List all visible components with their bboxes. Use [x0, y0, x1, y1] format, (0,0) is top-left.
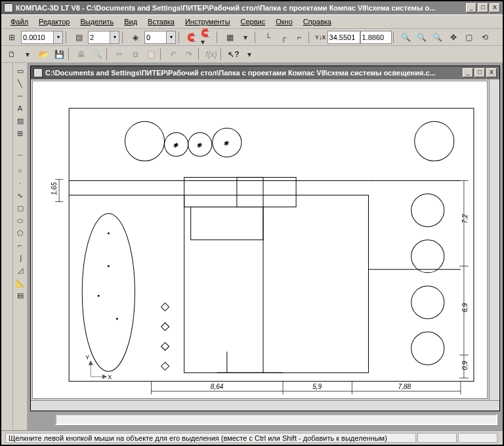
layer-icon[interactable]: ▤: [72, 30, 86, 45]
track-icon[interactable]: ⌐: [292, 30, 306, 45]
menu-file[interactable]: Файл: [5, 16, 33, 27]
close-button[interactable]: X: [490, 3, 500, 12]
zoom-box-icon[interactable]: ▢: [462, 30, 476, 45]
doc-close-button[interactable]: X: [486, 68, 497, 77]
paste-icon[interactable]: 📋: [144, 47, 158, 62]
rotate-icon[interactable]: ⟲: [478, 30, 492, 45]
layer-input[interactable]: [88, 31, 110, 44]
snap-icon[interactable]: 🧲: [184, 30, 199, 45]
perp-icon[interactable]: ┌: [276, 30, 291, 45]
fillet-tool-icon[interactable]: ⌋: [14, 252, 26, 264]
state-combo[interactable]: ▾: [144, 31, 176, 44]
snap-menu-icon[interactable]: 🧲▾: [200, 30, 215, 45]
left-toolbar: ▭ ╲ ↔ A ▨ ⊞ ⌒ ○ · ∿ ▢ ⬭ ⬠ ⌐ ⌋ ◿ 📐 ▤: [13, 63, 28, 430]
print-icon[interactable]: 🖶: [74, 47, 89, 62]
grid-icon[interactable]: ▦: [222, 30, 237, 45]
svg-point-10: [411, 240, 444, 273]
svg-point-14: [108, 232, 110, 234]
pan-icon[interactable]: ✥: [446, 30, 461, 45]
titlebar[interactable]: КОМПАС-3D LT V8 - C:\Documents and Setti…: [1, 1, 503, 14]
doc-title: C:\Documents and Settings\ПИТЕР\Рабочий …: [45, 69, 461, 77]
menu-editor[interactable]: Редактор: [33, 16, 75, 27]
dim-165: 1,65: [51, 182, 58, 195]
menubar[interactable]: Файл Редактор Выделить Вид Вставка Инстр…: [1, 14, 503, 29]
trim-tool-icon[interactable]: ⌐: [14, 239, 26, 251]
menu-insert[interactable]: Вставка: [142, 16, 180, 27]
svg-point-9: [411, 193, 444, 226]
coord-y-input[interactable]: [360, 31, 392, 44]
props-tool-icon[interactable]: ▤: [14, 289, 26, 301]
save-icon[interactable]: 💾: [52, 47, 66, 62]
redo-icon[interactable]: ↷: [182, 47, 196, 62]
document-window: C:\Documents and Settings\ПИТЕР\Рабочий …: [30, 66, 500, 411]
new-icon[interactable]: 🗋: [5, 47, 19, 62]
app-icon: [4, 3, 13, 12]
select-tool-icon[interactable]: ▭: [14, 65, 26, 77]
spacer-icon: [14, 140, 26, 152]
statusbar: Щелкните левой кнопкой мыши на объекте д…: [1, 430, 503, 445]
circle-tool-icon[interactable]: ○: [14, 165, 26, 176]
spline-tool-icon[interactable]: ∿: [14, 190, 26, 201]
menu-service[interactable]: Сервис: [236, 16, 271, 27]
svg-point-11: [411, 286, 444, 319]
coord-x-input[interactable]: [327, 31, 360, 44]
svg-marker-45: [89, 361, 93, 365]
property-panel[interactable]: [55, 414, 497, 425]
minimize-button[interactable]: _: [466, 3, 476, 12]
horizontal-scrollbar[interactable]: [31, 400, 499, 411]
open-icon[interactable]: 📂: [36, 47, 51, 62]
line-tool-icon[interactable]: ╲: [14, 77, 26, 89]
preview-icon[interactable]: 🔍: [90, 47, 104, 62]
layer-combo[interactable]: ▾: [88, 31, 119, 44]
svg-rect-21: [191, 207, 263, 240]
svg-point-16: [98, 294, 100, 296]
svg-rect-18: [184, 177, 263, 207]
drawing-canvas[interactable]: ✱ ✱ ✱: [32, 81, 488, 399]
ellipse-tool-icon[interactable]: ⬭: [14, 214, 26, 226]
zoom-out-icon[interactable]: 🔍: [415, 30, 429, 45]
help-icon[interactable]: ↖?: [226, 47, 241, 62]
svg-point-17: [116, 318, 118, 320]
step-combo[interactable]: ▾: [21, 31, 63, 44]
cut-icon[interactable]: ✂: [112, 47, 127, 62]
menu-view[interactable]: Вид: [119, 16, 142, 27]
poly-tool-icon[interactable]: ⬠: [14, 227, 26, 239]
svg-marker-44: [102, 375, 106, 378]
ortho-icon[interactable]: └: [261, 30, 275, 45]
state-input[interactable]: [144, 31, 167, 44]
status-cell-2: [417, 433, 457, 443]
vertical-scrollbar[interactable]: [489, 79, 499, 400]
menu-help[interactable]: Справка: [298, 16, 337, 27]
rect-tool-icon[interactable]: ▢: [14, 202, 26, 214]
maximize-button[interactable]: □: [478, 3, 488, 12]
state-icon[interactable]: ◈: [128, 30, 142, 45]
undo-icon[interactable]: ↶: [166, 47, 180, 62]
doc-minimize-button[interactable]: _: [463, 68, 473, 77]
svg-text:✱: ✱: [196, 142, 202, 149]
text-tool-icon[interactable]: A: [14, 102, 26, 114]
step-input[interactable]: [21, 31, 54, 44]
table-tool-icon[interactable]: ⊞: [14, 127, 26, 139]
chamfer-tool-icon[interactable]: ◿: [14, 264, 26, 276]
new-menu-icon[interactable]: ▾: [20, 47, 35, 62]
help-menu-icon[interactable]: ▾: [242, 47, 257, 62]
svg-point-1: [125, 121, 164, 161]
doc-maximize-button[interactable]: □: [474, 68, 485, 77]
measure-tool-icon[interactable]: 📐: [14, 277, 26, 289]
point-tool-icon[interactable]: ·: [14, 177, 26, 189]
left-tabs[interactable]: [1, 63, 13, 430]
grid-step-icon[interactable]: ⊞: [5, 30, 19, 45]
menu-window[interactable]: Окно: [270, 16, 298, 27]
copy-icon[interactable]: ⧉: [128, 47, 142, 62]
zoom-in-icon[interactable]: 🔍: [399, 30, 413, 45]
menu-select[interactable]: Выделить: [75, 16, 119, 27]
dim-09: 0,9: [461, 361, 469, 370]
fx-icon[interactable]: f(x): [204, 47, 219, 62]
hatch-tool-icon[interactable]: ▨: [14, 115, 26, 127]
dim-tool-icon[interactable]: ↔: [14, 90, 26, 102]
arc-tool-icon[interactable]: ⌒: [14, 152, 26, 164]
toolbar-1: ⊞ ▾ ▤ ▾ ◈ ▾ 🧲 🧲▾ ▦ ▾ └ ┌ ⌐ Y↓X 🔍 🔍 🔍 ✥ ▢…: [1, 29, 503, 46]
grid-menu-icon[interactable]: ▾: [238, 30, 253, 45]
menu-tools[interactable]: Инструменты: [180, 16, 236, 27]
zoom-fit-icon[interactable]: 🔍: [430, 30, 445, 45]
